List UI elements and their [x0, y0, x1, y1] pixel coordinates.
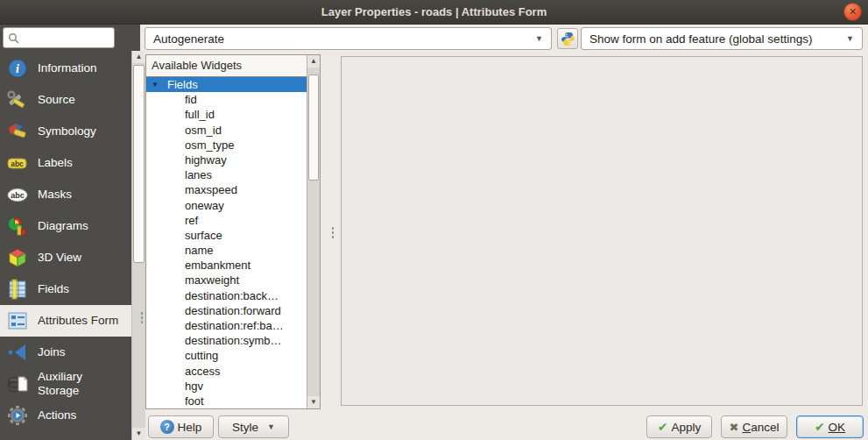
sidebar-item-attributes-form[interactable]: Attributes Form — [0, 305, 131, 337]
sidebar-item-label: Fields — [38, 282, 69, 296]
sidebar-item-joins[interactable]: Joins — [0, 337, 131, 368]
tree-item-field[interactable]: ref — [146, 213, 307, 228]
scrollbar-thumb[interactable] — [133, 65, 145, 263]
tree-item-field[interactable]: hgv — [146, 379, 307, 394]
scroll-down-icon[interactable]: ▼ — [132, 428, 145, 440]
tree-item-field[interactable]: access — [146, 364, 307, 379]
search-box[interactable] — [3, 27, 115, 48]
tree-item-label: hgv — [185, 380, 203, 393]
help-button[interactable]: ? Help — [148, 415, 214, 438]
tree-item-field[interactable]: maxspeed — [146, 182, 307, 197]
layer-properties-dialog: Layer Properties - roads | Attributes Fo… — [0, 0, 868, 440]
tree-item-label: osm_id — [185, 124, 222, 137]
tree-item-label: maxweight — [185, 273, 239, 287]
fields-icon — [7, 279, 30, 300]
sidebar-item-source[interactable]: Source — [0, 84, 131, 116]
sidebar-item-information[interactable]: i Information — [0, 53, 131, 84]
splitter-handle[interactable] — [140, 311, 144, 325]
masks-icon: abc — [7, 184, 30, 205]
tree-item-field[interactable]: surface — [146, 228, 307, 243]
tree-item-label: destination:forward — [185, 304, 281, 317]
tree-item-field[interactable]: osm_id — [146, 123, 307, 138]
tree-item-field[interactable]: lanes — [146, 167, 307, 182]
tree-item-label: ref — [185, 214, 198, 227]
tree-item-field[interactable]: embankment — [146, 258, 307, 273]
tree-item-label: cutting — [185, 349, 218, 362]
splitter-handle[interactable] — [331, 226, 335, 240]
tree-item-field[interactable]: osm_type — [146, 138, 307, 153]
help-button-label: Help — [178, 421, 202, 434]
sidebar-item-label: Information — [38, 61, 97, 75]
form-layout-panel — [341, 56, 863, 406]
sidebar-item-label: Labels — [38, 156, 73, 170]
tree-item-label: full_id — [185, 108, 215, 121]
python-init-button[interactable] — [557, 28, 578, 49]
apply-button[interactable]: ✔ Apply — [646, 415, 712, 438]
ok-button[interactable]: ✔ OK — [796, 415, 864, 438]
tree-item-field[interactable]: foot — [146, 394, 307, 408]
labels-icon: abc — [7, 153, 30, 174]
title-bar[interactable]: Layer Properties - roads | Attributes Fo… — [0, 0, 868, 25]
sidebar-item-diagrams[interactable]: Diagrams — [0, 210, 131, 242]
sidebar-item-label: Actions — [38, 408, 76, 422]
sidebar-item-label: Joins — [38, 345, 66, 359]
tree-item-field[interactable]: maxweight — [146, 273, 307, 287]
tree-item-field[interactable]: destination:forward — [146, 303, 307, 318]
sidebar-item-fields[interactable]: Fields — [0, 273, 131, 305]
tree-item-field[interactable]: name — [146, 243, 307, 258]
check-icon: ✔ — [815, 420, 825, 434]
tree-item-field[interactable]: destination:back… — [146, 288, 307, 303]
style-button[interactable]: Style ▼ — [218, 415, 289, 438]
tree-item-field[interactable]: fid — [146, 92, 307, 107]
scrollbar-thumb[interactable] — [308, 75, 319, 181]
widgets-tree-scrollbar[interactable]: ▲ ▼ — [307, 55, 320, 408]
tree-item-label: highway — [185, 153, 227, 167]
sidebar-scrollbar[interactable]: ▲ ▼ — [131, 51, 145, 440]
scroll-up-icon[interactable]: ▲ — [307, 55, 320, 67]
tree-item-label: Fields — [167, 78, 198, 91]
tree-item-field[interactable]: full_id — [146, 107, 307, 122]
sidebar-item-label: Symbology — [38, 124, 96, 138]
sidebar-item-auxiliary-storage[interactable]: Auxiliary Storage — [0, 368, 131, 400]
scroll-down-icon[interactable]: ▼ — [307, 396, 320, 408]
sidebar-item-label: 3D View — [38, 251, 81, 265]
sidebar-item-labels[interactable]: abc Labels — [0, 147, 131, 179]
sidebar-item-symbology[interactable]: Symbology — [0, 116, 131, 147]
window-title: Layer Properties - roads | Attributes Fo… — [0, 0, 868, 25]
tree-item-label: destination:back… — [185, 289, 279, 302]
auxiliary-storage-icon — [7, 373, 30, 394]
properties-sidebar: i Information Source Symbology abc Label… — [0, 51, 131, 440]
tree-item-field[interactable]: oneway — [146, 198, 307, 213]
3d-view-icon — [7, 247, 30, 268]
svg-text:i: i — [16, 62, 19, 75]
tree-item-label: lanes — [185, 168, 212, 181]
sidebar-item-label: Attributes Form — [38, 314, 118, 328]
tree-item-fields-group[interactable]: ▼ Fields — [146, 77, 307, 92]
autogenerate-dropdown-value: Autogenerate — [153, 32, 224, 46]
cancel-button[interactable]: ✖ Cancel — [721, 415, 787, 438]
tree-item-field[interactable]: destination:symb… — [146, 333, 307, 348]
tree-item-label: name — [185, 244, 214, 257]
chevron-down-icon: ▼ — [535, 34, 543, 43]
scroll-up-icon[interactable]: ▲ — [132, 51, 145, 63]
sidebar-item-masks[interactable]: abc Masks — [0, 179, 131, 210]
sidebar-item-3d-view[interactable]: 3D View — [0, 242, 131, 273]
available-widgets-panel: Available Widgets ▼ Fields fid full_id o… — [145, 54, 321, 409]
close-icon[interactable]: ✕ — [843, 3, 862, 21]
svg-text:abc: abc — [11, 160, 24, 168]
search-input[interactable] — [23, 32, 107, 44]
check-icon: ✔ — [658, 420, 668, 434]
tree-item-field[interactable]: highway — [146, 153, 307, 167]
cancel-button-label: Cancel — [742, 421, 779, 434]
autogenerate-dropdown[interactable]: Autogenerate ▼ — [145, 27, 552, 50]
sidebar-item-label: Auxiliary Storage — [38, 370, 122, 398]
sidebar-item-actions[interactable]: Actions — [0, 400, 131, 431]
form-open-mode-dropdown[interactable]: Show form on add feature (global setting… — [581, 27, 863, 50]
python-icon — [561, 32, 575, 46]
joins-icon — [7, 342, 30, 363]
tree-item-field[interactable]: cutting — [146, 348, 307, 363]
tree-item-label: access — [185, 365, 220, 378]
ok-button-label: OK — [829, 421, 846, 434]
expand-arrow-icon[interactable]: ▼ — [152, 77, 159, 92]
tree-item-field[interactable]: destination:ref:ba… — [146, 318, 307, 333]
